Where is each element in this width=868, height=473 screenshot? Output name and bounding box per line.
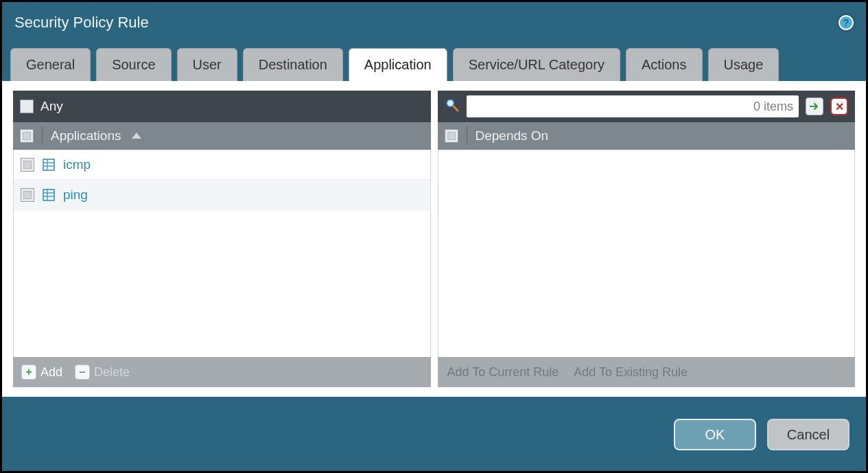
cancel-button[interactable]: Cancel [767, 419, 849, 450]
dialog-title: Security Policy Rule [14, 14, 149, 32]
tab-label: Service/URL Category [469, 57, 605, 72]
delete-button[interactable]: – Delete [75, 365, 130, 380]
tab-general[interactable]: General [10, 48, 91, 81]
select-all-checkbox[interactable] [20, 129, 34, 143]
search-input[interactable] [472, 100, 753, 113]
applications-column-header[interactable]: Applications [13, 122, 431, 150]
svg-line-9 [453, 106, 457, 111]
delete-label: Delete [94, 365, 130, 380]
tab-user[interactable]: User [177, 48, 237, 81]
divider [42, 126, 43, 145]
tab-label: Application [364, 57, 432, 72]
tab-destination[interactable]: Destination [243, 48, 343, 81]
applications-pane: Any Applications icmp ping [13, 91, 431, 387]
svg-rect-4 [43, 189, 54, 200]
tab-application[interactable]: Application [349, 48, 447, 81]
tab-actions[interactable]: Actions [626, 48, 703, 81]
add-to-current-rule-button[interactable]: Add To Current Rule [447, 365, 559, 380]
tab-usage[interactable]: Usage [708, 48, 779, 81]
column-header-label: Applications [51, 128, 121, 143]
application-row[interactable]: ping [14, 180, 430, 210]
application-grid-icon [43, 159, 55, 171]
applications-any-bar: Any [13, 91, 431, 122]
applications-footer: + Add – Delete [13, 357, 431, 387]
depends-list [438, 150, 856, 357]
select-all-depends-checkbox[interactable] [445, 129, 458, 143]
tab-label: Destination [259, 57, 327, 72]
ok-label: OK [705, 427, 725, 443]
any-label: Any [40, 99, 63, 114]
applications-list: icmp ping [13, 150, 431, 357]
help-icon[interactable]: ? [838, 15, 854, 30]
svg-rect-0 [43, 159, 54, 170]
item-count: 0 items [753, 100, 793, 114]
sort-ascending-icon [132, 132, 141, 139]
search-icon [445, 97, 460, 115]
add-to-existing-rule-button[interactable]: Add To Existing Rule [574, 365, 688, 380]
tab-label: General [26, 57, 75, 72]
dialog-footer: OK Cancel [2, 397, 866, 472]
tab-label: Actions [642, 57, 687, 72]
depends-footer: Add To Current Rule Add To Existing Rule [438, 357, 856, 387]
application-panel: Any Applications icmp ping [2, 81, 866, 397]
add-label: Add [40, 365, 62, 380]
application-name[interactable]: icmp [63, 157, 91, 172]
minus-icon: – [75, 365, 90, 380]
divider [467, 126, 467, 145]
plus-icon: + [21, 365, 36, 380]
application-row[interactable]: icmp [14, 150, 430, 180]
clear-button[interactable]: ✕ [830, 97, 848, 115]
depends-column-header[interactable]: Depends On [438, 122, 856, 150]
ok-button[interactable]: OK [674, 419, 756, 450]
cancel-label: Cancel [787, 427, 830, 443]
column-header-label: Depends On [476, 128, 549, 143]
tab-service-url-category[interactable]: Service/URL Category [453, 48, 620, 81]
dialog-titlebar: Security Policy Rule ? [2, 2, 866, 43]
tabs-row: General Source User Destination Applicat… [2, 43, 866, 81]
depends-search-bar: 0 items ✕ [438, 91, 856, 122]
add-button[interactable]: + Add [21, 365, 62, 380]
tab-label: Usage [724, 57, 764, 72]
row-checkbox[interactable] [21, 158, 34, 172]
any-checkbox[interactable] [20, 100, 34, 113]
depends-on-pane: 0 items ✕ Depends On Add To Current Rule… [438, 91, 856, 387]
application-name[interactable]: ping [63, 187, 88, 203]
application-grid-icon [43, 189, 55, 201]
tab-label: User [193, 57, 222, 72]
row-checkbox[interactable] [21, 188, 34, 202]
tab-label: Source [112, 57, 155, 72]
go-button[interactable] [806, 97, 823, 115]
search-input-wrap: 0 items [467, 95, 799, 117]
tab-source[interactable]: Source [96, 48, 171, 81]
